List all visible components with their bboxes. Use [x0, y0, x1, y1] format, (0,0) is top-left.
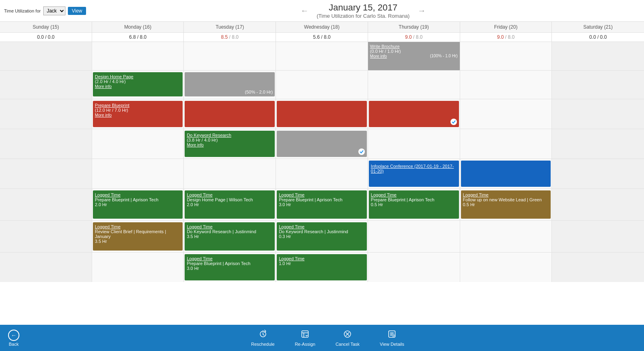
logged-wed-3-link[interactable]: Logged Time: [279, 256, 305, 261]
cell-r1-tue: [184, 42, 276, 70]
cal-row-2: Design Home Page (2.0 Hr / 4.0 Hr) More …: [0, 71, 644, 99]
cell-r7-mon: Logged Time Review Client Brief | Requir…: [92, 221, 184, 252]
write-brochure-hours: (0.0 Hr / 1.0 Hr): [370, 49, 401, 54]
reschedule-icon: [259, 330, 267, 341]
infoplace-link[interactable]: Infoplace Conference (2017-01-19 - 2017-…: [371, 164, 454, 173]
cell-r7-tue: Logged Time Do Keyword Research | Justin…: [184, 221, 276, 252]
view-button[interactable]: View: [68, 7, 86, 15]
design-homepage-hours: (2.0 Hr / 4.0 Hr): [95, 79, 126, 84]
cell-r2-thu: [368, 71, 460, 99]
day-headers: Sunday (15) Monday (16) Tuesday (17) Wed…: [0, 22, 644, 33]
header-monday: Monday (16): [92, 22, 184, 32]
utilization-label: Time Utilization for: [4, 8, 41, 13]
logged-fri-1-hours: 0.5 Hr: [463, 202, 475, 207]
page-subtitle: (Time Utilization for Carlo Sta. Romana): [317, 13, 410, 19]
cell-r6-thu: Logged Time Prepare Blueprint | Aprison …: [368, 189, 460, 220]
cell-r7-thu: [368, 221, 460, 252]
cell-r3-tue: [184, 99, 276, 129]
logged-tue-3-link[interactable]: Logged Time: [187, 256, 213, 261]
view-details-label: View Details: [380, 342, 404, 347]
cell-r5-sat: [552, 159, 644, 188]
logged-tue-1-hours: 2.0 Hr: [187, 202, 199, 207]
cell-r4-fri: [460, 129, 552, 159]
top-bar: Time Utilization for Jack View ← January…: [0, 0, 644, 22]
user-select[interactable]: Jack: [43, 6, 65, 15]
cell-r4-tue: Do Keyword Research (3.8 Hr / 4.0 Hr) Mo…: [184, 129, 276, 159]
cal-row-4: Do Keyword Research (3.8 Hr / 4.0 Hr) Mo…: [0, 129, 644, 159]
prepare-blueprint-hours: (12.0 Hr / 7.0 Hr): [95, 108, 128, 113]
cell-r1-wed: [276, 42, 368, 70]
prepare-blueprint-check: [450, 119, 457, 125]
prev-arrow[interactable]: ←: [301, 6, 309, 15]
header-tuesday: Tuesday (17): [184, 22, 276, 32]
logged-mon-2-desc: Review Client Brief | Requirements | Jan…: [95, 229, 166, 239]
cell-r5-tue: [184, 159, 276, 188]
cal-row-5: Infoplace Conference (2017-01-19 - 2017-…: [0, 159, 644, 189]
reassign-label: Re-Assign: [295, 342, 316, 347]
cell-r6-sat: [552, 189, 644, 220]
cell-r8-thu: [368, 253, 460, 282]
back-label: Back: [9, 342, 19, 347]
logged-wed-1-link[interactable]: Logged Time: [279, 192, 305, 197]
logged-mon-1-link[interactable]: Logged Time: [95, 192, 121, 197]
logged-wed-3-hours-label: 1.0 Hr: [279, 261, 291, 266]
logged-mon-2-link[interactable]: Logged Time: [95, 224, 121, 229]
logged-tue-2-link[interactable]: Logged Time: [187, 224, 213, 229]
cell-r1-sun: [0, 42, 92, 70]
logged-wed-1-hours: 3.0 Hr: [279, 202, 291, 207]
cell-r2-sun: [0, 71, 92, 99]
reassign-button[interactable]: Re-Assign: [295, 330, 316, 347]
view-details-button[interactable]: View Details: [380, 330, 404, 347]
logged-wed-1-desc: Prepare Blueprint | Aprison Tech: [279, 197, 342, 202]
cell-r6-wed: Logged Time Prepare Blueprint | Aprison …: [276, 189, 368, 220]
back-button[interactable]: ← Back: [8, 330, 19, 347]
design-homepage-more[interactable]: More info: [95, 84, 112, 89]
cancel-task-button[interactable]: Cancel Task: [335, 330, 360, 347]
cell-r4-wed: [276, 129, 368, 159]
cell-r8-tue: Logged Time Prepare Blueprint | Aprison …: [184, 253, 276, 282]
logged-fri-1-link[interactable]: Logged Time: [463, 192, 489, 197]
reassign-icon: [301, 330, 309, 341]
design-homepage-pct: (50% - 2.0 Hr): [245, 90, 273, 94]
header-center: ← January 15, 2017 (Time Utilization for…: [86, 2, 640, 19]
cell-r5-wed: [276, 159, 368, 188]
hours-wednesday: 5.6 / 8.0: [276, 33, 368, 42]
logged-tue-1-desc: Design Home Page | Wilson Tech: [187, 197, 253, 202]
logged-tue-1-link[interactable]: Logged Time: [187, 192, 213, 197]
do-keyword-hours: (3.8 Hr / 4.0 Hr): [187, 138, 217, 142]
prepare-blueprint-link[interactable]: Prepare Blueprint: [95, 103, 130, 108]
toolbar-actions: Reschedule Re-Assign Cancel Task: [19, 330, 636, 347]
header-friday: Friday (20): [460, 22, 552, 32]
write-brochure-more[interactable]: More info: [370, 54, 387, 58]
logged-thu-1-hours: 0.5 Hr: [371, 202, 383, 207]
prepare-blueprint-more[interactable]: More info: [95, 113, 112, 117]
logged-mon-1-desc: Prepare Blueprint | Aprison Tech: [95, 197, 158, 202]
cell-r8-sun: [0, 253, 92, 282]
logged-thu-1-link[interactable]: Logged Time: [371, 192, 397, 197]
cal-row-8: Logged Time Prepare Blueprint | Aprison …: [0, 253, 644, 282]
cell-r2-mon: Design Home Page (2.0 Hr / 4.0 Hr) More …: [92, 71, 184, 99]
logged-thu-1-desc: Prepare Blueprint | Aprison Tech: [371, 197, 434, 202]
write-brochure-link[interactable]: Write Brochure: [370, 44, 400, 49]
cell-r1-mon: [92, 42, 184, 70]
cell-r7-sun: [0, 221, 92, 252]
logged-mon-1-hours: 2.0 Hr: [95, 202, 107, 207]
do-keyword-more[interactable]: More info: [187, 143, 204, 147]
logged-wed-2-link[interactable]: Logged Time: [279, 224, 305, 229]
cell-r5-thu: Infoplace Conference (2017-01-19 - 2017-…: [368, 159, 460, 188]
do-keyword-link[interactable]: Do Keyword Research: [187, 133, 231, 138]
header-wednesday: Wednesday (18): [276, 22, 368, 32]
header-sunday: Sunday (15): [0, 22, 92, 32]
cell-r3-fri: [460, 99, 552, 129]
cell-r5-mon: [92, 159, 184, 188]
cell-r2-fri: [460, 71, 552, 99]
svg-rect-0: [302, 331, 308, 337]
cell-r5-sun: [0, 159, 92, 188]
design-homepage-link[interactable]: Design Home Page: [95, 74, 133, 79]
cell-r4-mon: [92, 129, 184, 159]
cell-r2-sat: [552, 71, 644, 99]
next-arrow[interactable]: →: [418, 6, 426, 15]
cell-r6-fri: Logged Time Follow up on new Website Lea…: [460, 189, 552, 220]
cell-r6-tue: Logged Time Design Home Page | Wilson Te…: [184, 189, 276, 220]
reschedule-button[interactable]: Reschedule: [251, 330, 275, 347]
